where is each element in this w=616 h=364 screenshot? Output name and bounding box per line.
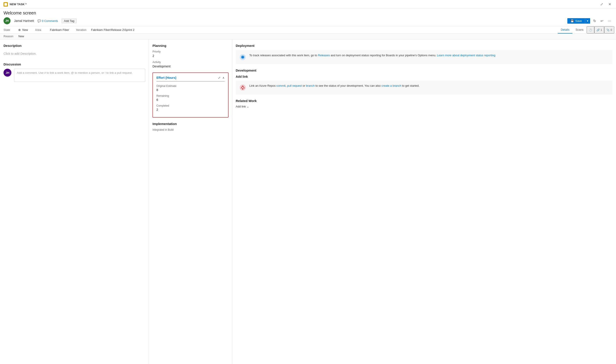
add-tag-button[interactable]: Add Tag	[62, 19, 77, 23]
state-tabs-row: State New Area Fabrikam Fiber Iteration …	[0, 26, 616, 34]
dev-description: Link an Azure Repos commit, pull request…	[249, 84, 419, 91]
integrated-in-build-label: Integrated in Build	[152, 128, 228, 131]
close-button[interactable]: ✕	[607, 2, 613, 7]
description-section-title: Description	[3, 44, 145, 48]
dev-icon	[239, 84, 247, 91]
save-label: Save	[575, 19, 582, 23]
activity-field: Activity Development	[152, 61, 228, 68]
chevron-down-icon: ⌄	[247, 105, 249, 108]
learn-more-link[interactable]: Learn more about deployment status repor…	[437, 54, 495, 57]
priority-label: Priority	[152, 50, 228, 53]
implementation-title: Implementation	[152, 122, 228, 126]
completed-label: Completed	[156, 104, 225, 107]
expand-button[interactable]: ⤢	[599, 2, 604, 7]
completed-field: Completed 2	[156, 104, 225, 111]
iteration-value[interactable]: Fabrikam Fiber\Release 2\Sprint 2	[91, 28, 134, 32]
reason-group-2: Reason New	[3, 35, 24, 38]
deployment-title: Deployment	[236, 44, 613, 48]
related-work-section: Related Work Add link ⌄	[236, 99, 613, 108]
iteration-label: Iteration	[76, 28, 89, 32]
create-branch-link[interactable]: create a branch	[381, 84, 401, 87]
middle-panel: Planning Priority 2 Activity Development…	[149, 39, 232, 364]
more-button[interactable]: ⋯	[606, 18, 613, 24]
planning-section: Planning Priority 2 Activity Development	[152, 44, 228, 68]
discussion-input[interactable]: Add a comment. Use # to link a work item…	[14, 69, 145, 82]
avatar: JH	[3, 17, 11, 24]
tab-details[interactable]: Details	[558, 26, 573, 34]
planning-section-title: Planning	[152, 44, 228, 48]
remaining-label: Remaining	[156, 94, 225, 97]
right-panel: Deployment To track releases associated …	[232, 39, 616, 364]
tabs: Details Scans 🕐 🔗 1 📎 0	[558, 26, 614, 34]
header-meta: JH Jamal Hartnett 💬 0 Comments Add Tag 💾…	[3, 17, 613, 26]
pull-request-link[interactable]: pull request	[287, 84, 302, 87]
save-dropdown-arrow[interactable]: ▾	[585, 18, 590, 24]
effort-title: Effort (Hours)	[156, 76, 176, 79]
link-icon: 🔗	[597, 28, 600, 32]
deployment-section: Deployment To track releases associated …	[236, 44, 613, 64]
original-estimate-field: Original Estimate 8	[156, 84, 225, 92]
remaining-value[interactable]: 6	[156, 98, 225, 102]
user-name: Jamal Hartnett	[14, 19, 34, 23]
deployment-card: To track releases associated with this w…	[236, 50, 613, 64]
remaining-field: Remaining 6	[156, 94, 225, 102]
state-dot	[18, 29, 21, 31]
window-title: NEW TASK *	[10, 3, 27, 6]
activity-value[interactable]: Development	[152, 65, 228, 68]
comments-count: 0 Comments	[42, 19, 58, 23]
area-value[interactable]: Fabrikam Fiber	[50, 28, 69, 32]
commit-link[interactable]: commit	[276, 84, 286, 87]
development-title: Development	[236, 68, 613, 72]
dev-text-2: ,	[285, 84, 287, 87]
tab-links[interactable]: 🔗 1	[594, 26, 604, 34]
activity-label: Activity	[152, 61, 228, 64]
dev-add-link-title: Add link	[236, 75, 613, 78]
undo-button[interactable]: ↩	[599, 18, 605, 24]
original-estimate-value[interactable]: 8	[156, 88, 225, 92]
deployment-icon	[239, 53, 247, 61]
save-button[interactable]: 💾 Save ▾	[567, 18, 590, 24]
tab-attachments[interactable]: 📎 0	[604, 26, 614, 34]
task-icon	[3, 2, 8, 7]
discussion-section-title: Discussion	[3, 62, 145, 66]
area-label: Area	[35, 28, 48, 32]
effort-actions: ⤢ ∧	[218, 76, 225, 79]
area-group: Area Fabrikam Fiber	[35, 28, 69, 32]
state-label: State	[3, 28, 17, 32]
completed-value[interactable]: 2	[156, 108, 225, 111]
effort-box: Effort (Hours) ⤢ ∧ Original Estimate 8 R…	[152, 72, 228, 117]
title-bar-right: ⤢ ✕	[599, 2, 613, 7]
priority-value[interactable]: 2	[152, 54, 228, 58]
deployment-description: To track releases associated with this w…	[249, 53, 495, 61]
state-row: State New Area Fabrikam Fiber Iteration …	[0, 26, 558, 33]
state-group: State New	[3, 28, 28, 32]
effort-expand-button[interactable]: ⤢	[218, 76, 221, 79]
title-bar: NEW TASK * ⤢ ✕	[0, 0, 616, 9]
releases-link[interactable]: Releases	[318, 54, 330, 57]
description-placeholder[interactable]: Click to add Description.	[3, 50, 145, 57]
header: Welcome screen JH Jamal Hartnett 💬 0 Com…	[0, 9, 616, 26]
priority-field: Priority 2	[152, 50, 228, 58]
tab-history[interactable]: 🕐	[587, 26, 594, 34]
comments-button[interactable]: 💬 0 Comments	[38, 19, 58, 23]
page-title: Welcome screen	[3, 11, 613, 15]
add-link-button[interactable]: Add link ⌄	[236, 105, 249, 108]
links-count: 1	[601, 28, 602, 32]
state-value[interactable]: New	[22, 28, 28, 32]
attachment-icon: 📎	[606, 28, 610, 32]
deployment-text-1: To track releases associated with this w…	[249, 54, 318, 57]
iteration-group: Iteration Fabrikam Fiber\Release 2\Sprin…	[76, 28, 134, 32]
branch-link[interactable]: branch	[306, 84, 315, 87]
save-button-main: 💾 Save	[567, 18, 585, 24]
effort-header: Effort (Hours) ⤢ ∧	[156, 76, 225, 81]
attachments-count: 0	[611, 28, 612, 32]
discussion-avatar: JH	[3, 69, 11, 77]
tab-scans[interactable]: Scans	[572, 26, 586, 34]
header-actions: 💾 Save ▾ ↻ ↩ ⋯	[567, 18, 613, 24]
effort-collapse-button[interactable]: ∧	[222, 76, 225, 79]
reason-value[interactable]: New	[18, 35, 24, 38]
refresh-button[interactable]: ↻	[592, 18, 597, 24]
add-link-label: Add link	[236, 105, 246, 108]
main-content: Description Click to add Description. Di…	[0, 39, 616, 364]
save-icon: 💾	[570, 19, 574, 23]
